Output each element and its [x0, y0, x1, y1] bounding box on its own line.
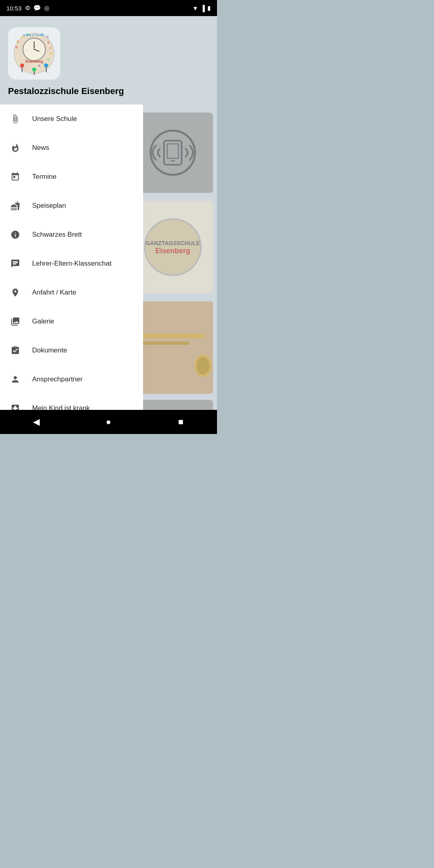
svg-text:D: D [41, 33, 43, 36]
phone-signal-icon [149, 129, 197, 177]
menu-item-schwarzes-brett[interactable]: Schwarzes Brett [0, 220, 143, 249]
drawer-menu: Unsere Schule News Termine Speiseplan [0, 104, 143, 418]
menu-label-galerie: Galerie [32, 317, 54, 326]
back-icon: ◀ [33, 417, 40, 427]
menu-label-termine: Termine [32, 173, 56, 181]
menu-label-unsere-schule: Unsere Schule [32, 115, 77, 123]
menu-label-dokumente: Dokumente [32, 346, 67, 354]
svg-text:H: H [50, 52, 52, 55]
paperclip-icon [8, 112, 23, 126]
menu-item-anfahrt[interactable]: Anfahrt / Karte [0, 278, 143, 307]
svg-text:G: G [15, 45, 18, 49]
bg-instruments-svg [133, 301, 213, 394]
svg-text:R: R [17, 40, 19, 43]
recents-button[interactable]: ■ [169, 410, 193, 434]
menu-label-ansprechpartner: Ansprechpartner [32, 375, 83, 383]
fire-icon [8, 141, 23, 155]
menu-label-schwarzes-brett: Schwarzes Brett [32, 231, 82, 239]
navigation-bar: ◀ ● ■ [0, 410, 217, 434]
time-display: 10:53 [6, 5, 22, 12]
svg-rect-9 [141, 334, 205, 338]
bg-card-logo: GANZTAGSSCHULE Eisenberg [133, 201, 213, 293]
menu-item-ansprechpartner[interactable]: Ansprechpartner [0, 365, 143, 394]
menu-item-unsere-schule[interactable]: Unsere Schule [0, 104, 143, 133]
navigation-drawer: GANZTAGS G R U N D O S C H U L E Eisenbe… [0, 16, 143, 418]
menu-item-lehrer-chat[interactable]: Lehrer-Eltern-Klassenchat [0, 249, 143, 278]
bg-card-instruments [133, 301, 213, 394]
drawer-app-title: Pestalozzischule Eisenberg [8, 86, 135, 96]
battery-icon: ▮ [207, 4, 211, 12]
calendar-icon [8, 170, 23, 184]
svg-rect-8 [133, 301, 213, 394]
menu-label-anfahrt: Anfahrt / Karte [32, 289, 76, 297]
gallery-icon [8, 314, 23, 329]
svg-text:GANZTAGSSCHULE: GANZTAGSSCHULE [145, 240, 200, 246]
svg-text:C: C [50, 47, 52, 49]
svg-rect-2 [167, 144, 178, 158]
svg-text:U: U [21, 35, 23, 39]
svg-point-35 [32, 68, 36, 72]
status-bar: 10:53 ⚙ 💬 ◎ ▼ ▐ ▮ [0, 0, 217, 16]
menu-item-speiseplan[interactable]: Speiseplan [0, 191, 143, 220]
svg-point-12 [197, 357, 209, 375]
menu-item-news[interactable]: News [0, 133, 143, 162]
svg-text:E: E [39, 64, 41, 67]
home-button[interactable]: ● [96, 410, 121, 434]
menu-item-galerie[interactable]: Galerie [0, 307, 143, 336]
svg-text:O: O [46, 35, 49, 39]
svg-point-33 [44, 63, 48, 68]
utensils-icon [8, 199, 23, 213]
status-left: 10:53 ⚙ 💬 ◎ [6, 4, 49, 12]
at-icon: ◎ [44, 4, 49, 12]
info-board-icon [8, 227, 23, 242]
svg-point-31 [20, 63, 24, 68]
person-icon [8, 372, 23, 387]
menu-item-dokumente[interactable]: Dokumente [0, 336, 143, 365]
menu-label-speiseplan: Speiseplan [32, 202, 66, 210]
message-icon: 💬 [33, 4, 41, 12]
back-button[interactable]: ◀ [24, 410, 48, 434]
menu-label-news: News [32, 144, 49, 152]
status-right: ▼ ▐ ▮ [192, 4, 211, 12]
svg-text:N: N [27, 33, 29, 36]
location-icon [8, 285, 23, 300]
svg-text:U: U [47, 58, 49, 61]
svg-rect-10 [141, 342, 189, 345]
app-logo: GANZTAGS G R U N D O S C H U L E Eisenbe… [8, 27, 60, 80]
menu-label-lehrer-chat: Lehrer-Eltern-Klassenchat [32, 260, 111, 268]
svg-text:S: S [47, 41, 49, 44]
bg-logo-svg: GANZTAGSSCHULE Eisenberg [133, 201, 213, 293]
school-logo-svg: GANZTAGS G R U N D O S C H U L E Eisenbe… [12, 31, 56, 76]
signal-icon: ▐ [201, 5, 205, 12]
wifi-icon: ▼ [192, 5, 199, 12]
bg-card-phone [133, 113, 213, 193]
svg-text:Eisenberg: Eisenberg [155, 247, 190, 255]
chat-icon [8, 256, 23, 271]
menu-item-termine[interactable]: Termine [0, 162, 143, 191]
drawer-header: GANZTAGS G R U N D O S C H U L E Eisenbe… [0, 16, 143, 104]
clipboard-check-icon [8, 343, 23, 358]
home-icon: ● [106, 417, 111, 427]
svg-text:Eisenberg: Eisenberg [25, 59, 43, 63]
recents-icon: ■ [178, 417, 183, 427]
settings-icon: ⚙ [25, 4, 30, 12]
